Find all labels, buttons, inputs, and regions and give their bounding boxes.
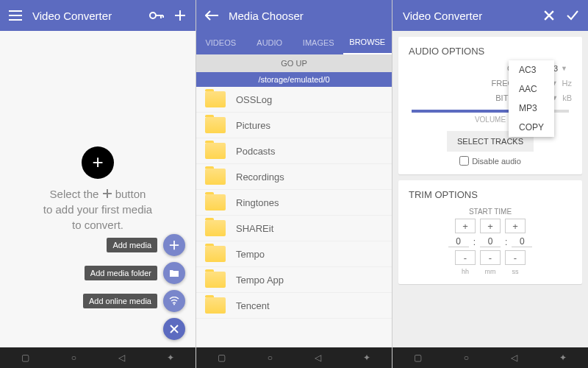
folder-icon <box>205 91 226 107</box>
check-icon[interactable] <box>564 7 581 24</box>
trim-ss-minus[interactable]: - <box>505 250 526 265</box>
folder-name: Tempo App <box>236 275 284 286</box>
folder-row[interactable]: Tencent <box>196 293 392 319</box>
trim-ss-plus[interactable]: + <box>505 219 526 233</box>
fab-add-online[interactable] <box>163 290 185 312</box>
nav-bar: ▢ ○ ◁ ✦ <box>0 347 196 368</box>
tab-images[interactable]: IMAGES <box>294 31 343 54</box>
nav-recent-icon[interactable]: ▢ <box>218 353 226 363</box>
nav-recent-icon[interactable]: ▢ <box>414 353 422 363</box>
folder-icon <box>205 117 226 133</box>
nav-accessibility-icon[interactable]: ✦ <box>363 353 370 363</box>
fab-label-add-folder: Add media folder <box>85 266 157 280</box>
folder-icon <box>205 297 226 314</box>
folder-row[interactable]: Podcasts <box>196 138 392 164</box>
trim-mm-value[interactable]: 0 <box>480 236 501 247</box>
folder-name: Tencent <box>236 300 270 311</box>
chooser-tabs: VIDEOS AUDIO IMAGES BROWSE <box>196 31 392 54</box>
folder-row[interactable]: Tempo App <box>196 267 392 293</box>
nav-back-icon[interactable]: ◁ <box>118 353 125 363</box>
codec-option[interactable]: MP3 <box>509 99 554 118</box>
disable-audio-checkbox[interactable]: Disable audio <box>409 156 572 166</box>
empty-state: + Select the button to add your first me… <box>0 31 196 347</box>
folder-icon <box>205 220 226 236</box>
folder-icon <box>205 169 226 185</box>
tab-videos[interactable]: VIDEOS <box>196 31 245 54</box>
fab-add-media[interactable] <box>163 234 185 256</box>
trim-mm-minus[interactable]: - <box>480 250 501 265</box>
folder-name: Pictures <box>236 120 270 131</box>
fab-label-add-media: Add media <box>107 238 157 252</box>
nav-bar: ▢ ○ ◁ ✦ <box>392 347 588 368</box>
go-up-button[interactable]: GO UP <box>196 54 392 72</box>
fab-close[interactable] <box>163 318 185 340</box>
trim-mm-plus[interactable]: + <box>480 219 501 233</box>
appbar-options-title: Video Converter <box>403 10 541 22</box>
plus-inline-icon <box>102 188 112 199</box>
nav-recent-icon[interactable]: ▢ <box>21 353 29 363</box>
pane-home: Video Converter + Select the button to a… <box>0 0 196 368</box>
nav-accessibility-icon[interactable]: ✦ <box>167 353 174 363</box>
key-icon[interactable] <box>148 7 165 24</box>
trim-options-heading: TRIM OPTIONS <box>409 189 572 200</box>
trim-hh-plus[interactable]: + <box>455 219 476 233</box>
folder-name: SHAREit <box>236 223 273 234</box>
nav-home-icon[interactable]: ○ <box>71 353 76 363</box>
close-icon[interactable] <box>541 7 557 24</box>
fab-label-add-online: Add online media <box>83 294 157 308</box>
folder-icon <box>205 194 226 210</box>
folder-name: Tempo <box>236 249 265 260</box>
appbar-chooser: Media Chooser <box>196 0 392 31</box>
trim-hh-minus[interactable]: - <box>455 250 476 265</box>
folder-icon <box>205 143 226 159</box>
folder-name: OSSLog <box>236 94 272 105</box>
codec-option[interactable]: AC3 <box>509 60 554 79</box>
audio-options-heading: AUDIO OPTIONS <box>409 46 572 57</box>
audio-options-card: AUDIO OPTIONS CODEC AC3 ▼ FREQUENCY ▼ Hz… <box>398 37 582 174</box>
folder-row[interactable]: SHAREit <box>196 216 392 241</box>
options-content: AUDIO OPTIONS CODEC AC3 ▼ FREQUENCY ▼ Hz… <box>392 31 588 347</box>
appbar-chooser-title: Media Chooser <box>229 10 384 22</box>
folder-row[interactable]: OSSLog <box>196 87 392 113</box>
trim-options-card: TRIM OPTIONS START TIME + + + 0: 0: 0 - … <box>398 180 582 284</box>
codec-option[interactable]: AAC <box>509 79 554 99</box>
tab-browse[interactable]: BROWSE <box>343 31 392 54</box>
svg-point-1 <box>173 304 175 305</box>
folder-row[interactable]: Pictures <box>196 113 392 138</box>
folder-row[interactable]: Ringtones <box>196 190 392 216</box>
folder-list: OSSLogPicturesPodcastsRecordingsRingtone… <box>196 87 392 347</box>
tab-audio[interactable]: AUDIO <box>245 31 295 54</box>
fab-add-folder[interactable] <box>163 262 185 284</box>
back-icon[interactable] <box>204 7 220 24</box>
fab-column: Add media Add media folder Add online me… <box>83 234 185 340</box>
add-icon[interactable] <box>172 7 188 24</box>
folder-name: Recordings <box>236 171 284 183</box>
folder-name: Ringtones <box>236 197 279 208</box>
nav-home-icon[interactable]: ○ <box>464 353 469 363</box>
appbar-title: Video Converter <box>32 10 148 22</box>
nav-back-icon[interactable]: ◁ <box>511 353 517 363</box>
start-time-label: START TIME <box>409 208 572 216</box>
codec-dropdown: AC3AACMP3COPY <box>509 60 554 137</box>
svg-point-0 <box>150 13 156 18</box>
trim-ss-value[interactable]: 0 <box>512 236 532 247</box>
pane-options: Video Converter AUDIO OPTIONS CODEC AC3 … <box>392 0 588 368</box>
chevron-down-icon: ▼ <box>561 65 567 72</box>
folder-row[interactable]: Tempo <box>196 241 392 267</box>
nav-bar: ▢ ○ ◁ ✦ <box>196 347 392 368</box>
folder-row[interactable]: Recordings <box>196 164 392 190</box>
appbar-options: Video Converter <box>392 0 588 31</box>
nav-back-icon[interactable]: ◁ <box>315 353 321 363</box>
nav-home-icon[interactable]: ○ <box>268 353 273 363</box>
nav-accessibility-icon[interactable]: ✦ <box>559 353 567 363</box>
big-add-button[interactable]: + <box>82 146 114 179</box>
appbar-home: Video Converter <box>0 0 196 31</box>
current-path: /storage/emulated/0 <box>196 72 392 87</box>
empty-hint: Select the button to add your first medi… <box>29 186 167 233</box>
trim-hh-value[interactable]: 0 <box>448 236 469 247</box>
folder-icon <box>205 272 226 288</box>
folder-icon <box>205 246 226 262</box>
menu-icon[interactable] <box>7 7 24 24</box>
codec-option[interactable]: COPY <box>509 118 554 137</box>
folder-name: Podcasts <box>236 146 275 157</box>
